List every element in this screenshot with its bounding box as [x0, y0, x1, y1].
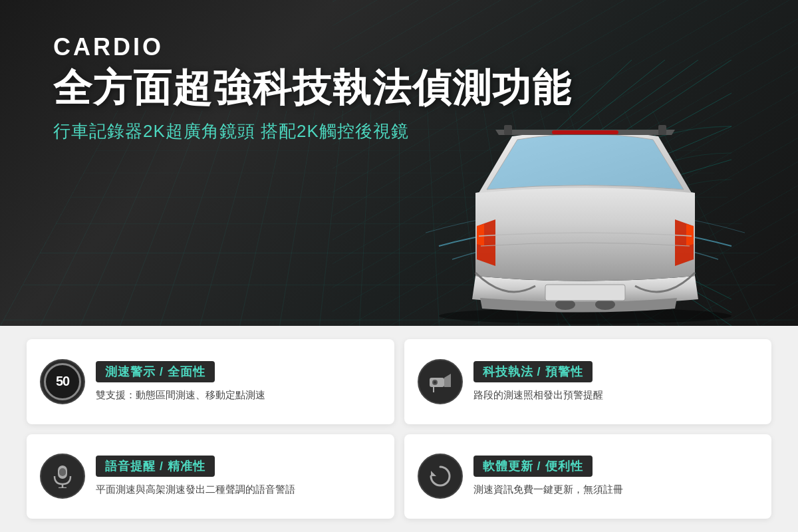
camera-icon-wrap — [418, 359, 463, 404]
mic-icon-wrap — [40, 454, 85, 499]
feature-text-tech: 科技執法 / 預警性 路段的測速照相發出預警提醒 — [473, 361, 759, 403]
svg-point-23 — [434, 381, 436, 384]
feature-text-speed: 測速警示 / 全面性 雙支援：動態區間測速、移動定點測速 — [96, 361, 381, 403]
svg-rect-18 — [545, 285, 625, 301]
feature-desc-update: 測速資訊免費一鍵更新，無須註冊 — [473, 482, 759, 497]
camera-icon — [428, 370, 452, 394]
feature-card-tech: 科技執法 / 預警性 路段的測速照相發出預警提醒 — [404, 339, 772, 424]
feature-card-update: 軟體更新 / 便利性 測速資訊免費一鍵更新，無須註冊 — [404, 434, 772, 519]
feature-tag-voice: 語音提醒 / 精准性 — [96, 456, 215, 477]
feature-card-voice: 語音提醒 / 精准性 平面測速與高架測速發出二種聲調的語音警語 — [27, 434, 394, 519]
refresh-icon-wrap — [418, 454, 463, 499]
hero-text-block: CARDIO 全方面超強科技執法偵測功能 行車記錄器2K超廣角鏡頭 搭配2K觸控… — [53, 33, 572, 143]
svg-rect-15 — [658, 125, 666, 135]
hero-subtitle: 行車記錄器2K超廣角鏡頭 搭配2K觸控後視鏡 — [53, 120, 572, 143]
feature-tag-tech: 科技執法 / 預警性 — [473, 361, 593, 382]
mic-icon — [51, 464, 74, 488]
feature-desc-voice: 平面測速與高架測速發出二種聲調的語音警語 — [96, 482, 381, 497]
refresh-icon — [428, 464, 452, 488]
hero-section: CARDIO 全方面超強科技執法偵測功能 行車記錄器2K超廣角鏡頭 搭配2K觸控… — [0, 0, 798, 326]
feature-text-update: 軟體更新 / 便利性 測速資訊免費一鍵更新，無須註冊 — [473, 456, 759, 497]
feature-desc-tech: 路段的測速照相發出預警提醒 — [473, 388, 759, 403]
speed-number: 50 — [44, 363, 81, 400]
feature-desc-speed: 雙支援：動態區間測速、移動定點測速 — [96, 388, 381, 403]
feature-tag-speed: 測速警示 / 全面性 — [96, 361, 215, 382]
svg-rect-28 — [59, 468, 66, 476]
svg-marker-29 — [431, 471, 436, 476]
brand-name: CARDIO — [53, 33, 572, 61]
feature-text-voice: 語音提醒 / 精准性 平面測速與高架測速發出二種聲調的語音警語 — [96, 456, 381, 497]
features-section: 50 測速警示 / 全面性 雙支援：動態區間測速、移動定點測速 科技執法 / 預… — [0, 326, 798, 532]
hero-title: 全方面超強科技執法偵測功能 — [53, 66, 572, 109]
svg-marker-21 — [444, 374, 451, 387]
feature-tag-update: 軟體更新 / 便利性 — [473, 456, 593, 477]
feature-card-speed-warning: 50 測速警示 / 全面性 雙支援：動態區間測速、移動定點測速 — [27, 339, 394, 424]
speed-icon-wrap: 50 — [40, 359, 85, 404]
